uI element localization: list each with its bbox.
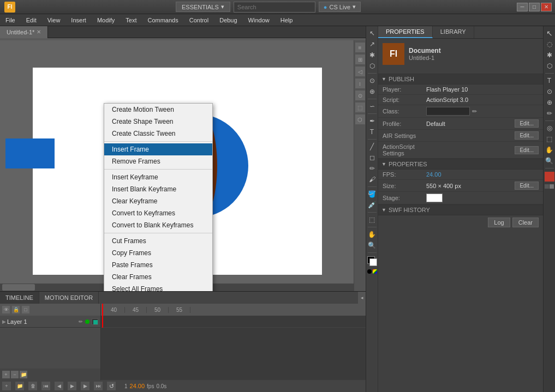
extra-color-1[interactable] (545, 184, 549, 189)
rect-tool[interactable]: ◻ (367, 153, 377, 162)
gradient-tool[interactable]: ⬡ (367, 61, 377, 71)
black-white-btn[interactable] (367, 269, 372, 274)
ctx-insert-frame[interactable]: Insert Frame (104, 143, 212, 155)
ctx-create-shape-tween[interactable]: Create Shape Tween (104, 116, 212, 128)
actionscript-edit-button[interactable]: Edit... (515, 146, 539, 154)
pencil-tool[interactable]: ✏ (367, 164, 377, 173)
rt-tool-11[interactable]: ✋ (545, 145, 554, 155)
timeline-collapse[interactable]: ◂ (358, 292, 366, 304)
extra-color-2[interactable] (550, 184, 554, 189)
canvas-icon-3[interactable]: ◁ (355, 67, 365, 76)
ctx-clear-frames[interactable]: Clear Frames (104, 271, 212, 283)
menu-edit[interactable]: Edit (21, 16, 42, 25)
color-block-red[interactable] (545, 172, 554, 182)
properties-section-header[interactable]: ▼ PROPERTIES (378, 159, 543, 170)
restore-button[interactable]: □ (529, 3, 540, 11)
rt-tool-3[interactable]: ✱ (545, 50, 554, 60)
rt-tool-9[interactable]: ◎ (545, 123, 554, 133)
rt-tool-4[interactable]: ⬡ (545, 61, 554, 71)
3d-translate-tool[interactable]: ⊕ (367, 87, 377, 97)
menu-control[interactable]: Control (184, 16, 214, 25)
tab-properties[interactable]: PROPERTIES (378, 26, 433, 38)
loop-btn[interactable]: ↺ (107, 382, 116, 390)
layer-eye-icon[interactable]: 👁 (2, 306, 10, 313)
class-edit-icon[interactable]: ✏ (472, 108, 477, 115)
play-btn[interactable]: ▶ (68, 382, 76, 390)
ctx-copy-frames[interactable]: Copy Frames (104, 247, 212, 259)
menu-window[interactable]: Window (243, 16, 275, 25)
layer-lock-icon[interactable]: 🔒 (12, 306, 20, 313)
prev-frame-btn[interactable]: ◀ (55, 382, 63, 390)
log-button[interactable]: Log (488, 218, 510, 227)
menu-text[interactable]: Text (120, 16, 142, 25)
layer-outline-icon[interactable]: □ (22, 306, 29, 313)
tab-timeline[interactable]: TIMELINE (0, 292, 39, 304)
menu-modify[interactable]: Modify (92, 16, 120, 25)
clear-button[interactable]: Clear (512, 218, 539, 227)
profile-edit-button[interactable]: Edit... (515, 119, 539, 128)
close-button[interactable]: ✕ (541, 3, 552, 11)
rt-tool-6[interactable]: ⊙ (545, 87, 554, 97)
tab-motion-editor[interactable]: MOTION EDITOR (39, 292, 99, 304)
pen-tool[interactable]: ✒ (367, 116, 377, 126)
add-folder-button[interactable]: 📁 (20, 371, 27, 378)
canvas-icon-2[interactable]: ⊞ (355, 55, 365, 64)
stage[interactable]: Create Motion Tween Create Shape Tween C… (0, 40, 354, 291)
ctx-select-all-frames[interactable]: Select All Frames (104, 283, 212, 291)
hand-tool[interactable]: ✋ (367, 230, 377, 239)
cslive-button[interactable]: ● CS Live ▾ (319, 2, 361, 12)
stage-color-swatch[interactable] (426, 194, 443, 202)
tab-library[interactable]: LIBRARY (433, 26, 474, 38)
lasso-tool[interactable]: ∽ (367, 101, 377, 111)
menu-file[interactable]: File (0, 16, 21, 25)
minimize-button[interactable]: ─ (517, 3, 528, 11)
menu-insert[interactable]: Insert (65, 16, 92, 25)
rt-tool-8[interactable]: ✏ (545, 108, 554, 118)
swap-colors-btn[interactable] (373, 269, 377, 274)
rt-tool-5[interactable]: T (545, 76, 554, 86)
document-tab[interactable]: Untitled-1* ✕ (0, 26, 48, 38)
ctx-insert-blank-keyframe[interactable]: Insert Blank Keyframe (104, 183, 212, 195)
class-input[interactable] (426, 107, 470, 116)
canvas-icon-5[interactable]: ⊙ (355, 91, 365, 100)
essentials-button[interactable]: ESSENTIALS ▾ (176, 2, 230, 12)
free-transform-tool[interactable]: ✱ (367, 50, 377, 60)
publish-section-header[interactable]: ▼ PUBLISH (378, 74, 543, 85)
first-frame-btn[interactable]: ⏮ (41, 382, 50, 390)
ctx-convert-to-keyframes[interactable]: Convert to Keyframes (104, 207, 212, 219)
swf-history-section-header[interactable]: ▼ SWF HISTORY (378, 204, 543, 215)
canvas-icon-6[interactable]: ⬚ (355, 102, 365, 112)
air-edit-button[interactable]: Edit... (515, 131, 539, 140)
menu-commands[interactable]: Commands (142, 16, 183, 25)
add-folder-btn[interactable]: 📁 (15, 382, 24, 390)
layer-pencil-icon[interactable]: ✏ (79, 319, 83, 324)
ctx-create-classic-tween[interactable]: Create Classic Tween (104, 128, 212, 140)
menu-view[interactable]: View (42, 16, 66, 25)
ctx-convert-to-blank-keyframes[interactable]: Convert to Blank Keyframes (104, 219, 212, 231)
hscroll-thumb[interactable] (2, 284, 35, 291)
canvas-icon-1[interactable]: ≡ (355, 43, 365, 52)
brush-tool[interactable]: 🖌 (367, 174, 377, 184)
line-tool[interactable]: ╱ (367, 142, 377, 152)
paint-bucket-tool[interactable]: 🪣 (367, 189, 377, 199)
last-frame-btn[interactable]: ⏭ (94, 382, 103, 390)
search-input[interactable] (234, 2, 315, 13)
menu-help[interactable]: Help (275, 16, 299, 25)
rt-tool-7[interactable]: ⊕ (545, 98, 554, 107)
fps-value[interactable]: 24.00 (426, 171, 539, 178)
ctx-clear-keyframe[interactable]: Clear Keyframe (104, 195, 212, 207)
zoom-tool[interactable]: 🔍 (367, 240, 377, 250)
menu-debug[interactable]: Debug (214, 16, 242, 25)
select-tool[interactable]: ↖ (367, 28, 377, 38)
tab-close-button[interactable]: ✕ (37, 29, 41, 35)
rt-tool-2[interactable]: ◌ (545, 39, 554, 49)
delete-layer-button[interactable]: − (11, 371, 19, 378)
rt-tool-12[interactable]: 🔍 (545, 156, 554, 166)
rt-tool-1[interactable]: ↖ (545, 28, 554, 38)
subselect-tool[interactable]: ↗ (367, 39, 377, 49)
add-layer-button[interactable]: + (2, 371, 10, 378)
ctx-paste-frames[interactable]: Paste Frames (104, 259, 212, 271)
ctx-create-motion-tween[interactable]: Create Motion Tween (104, 104, 212, 116)
canvas-icon-4[interactable]: ↕ (355, 79, 365, 88)
ctx-insert-keyframe[interactable]: Insert Keyframe (104, 171, 212, 183)
